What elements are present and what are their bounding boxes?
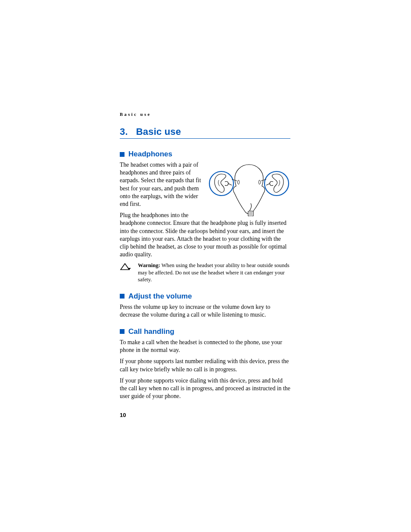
warning-icon — [120, 262, 131, 283]
warning-label: Warning: — [138, 262, 160, 268]
running-header: Basic use — [120, 112, 290, 117]
paragraph: If your phone supports last number redia… — [120, 358, 290, 373]
svg-point-3 — [265, 171, 289, 196]
square-bullet-icon — [120, 329, 125, 334]
paragraph: Press the volume up key to increase or t… — [120, 303, 290, 319]
chapter-title: 3. Basic use — [120, 126, 290, 139]
paragraph: Plug the headphones into the headphone c… — [120, 212, 290, 258]
square-bullet-icon — [120, 152, 125, 157]
heading-text: Headphones — [128, 150, 172, 159]
section-adjust-volume: Adjust the volume Press the volume up ke… — [120, 292, 290, 319]
heading-text: Adjust the volume — [128, 292, 192, 301]
section-headphones: Headphones — [120, 150, 290, 283]
square-bullet-icon — [120, 294, 125, 299]
headphones-illustration — [208, 161, 290, 216]
section-heading-headphones: Headphones — [120, 150, 290, 159]
chapter-number: 3. — [120, 126, 128, 137]
section-heading-call-handling: Call handling — [120, 327, 290, 336]
chapter-name: Basic use — [136, 126, 181, 137]
document-page: Basic use 3. Basic use Headphones — [0, 0, 411, 400]
section-heading-adjust-volume: Adjust the volume — [120, 292, 290, 301]
heading-text: Call handling — [128, 327, 174, 336]
warning-body: When using the headset your ability to h… — [138, 262, 290, 283]
svg-point-1 — [209, 171, 234, 196]
paragraph: To make a call when the headset is conne… — [120, 339, 290, 354]
warning-text: Warning: When using the headset your abi… — [138, 262, 290, 283]
page-number: 10 — [120, 412, 126, 418]
warning-block: Warning: When using the headset your abi… — [120, 262, 290, 283]
section-call-handling: Call handling To make a call when the he… — [120, 327, 290, 400]
paragraph: If your phone supports voice dialing wit… — [120, 377, 290, 401]
